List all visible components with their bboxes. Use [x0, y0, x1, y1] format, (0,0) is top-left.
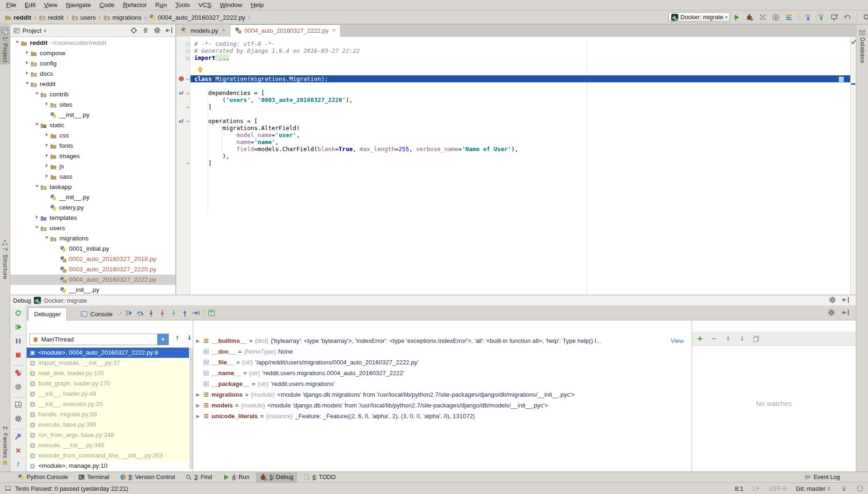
tree-expanded-icon[interactable]: [34, 223, 40, 233]
tree-expanded-icon[interactable]: [34, 120, 40, 131]
tree-item-0004_auto_20160327_2222_py[interactable]: 0004_auto_20160327_2222.py: [10, 275, 175, 285]
tree-item-migrations[interactable]: migrations: [10, 233, 175, 244]
menu-edit[interactable]: Edit: [21, 0, 40, 10]
expand-icon[interactable]: ▶: [195, 389, 201, 400]
fold-marker-icon[interactable]: [185, 118, 190, 125]
fold-marker-icon[interactable]: [185, 90, 190, 97]
profiler-icon[interactable]: [772, 14, 780, 21]
menu-help[interactable]: Help: [247, 0, 268, 10]
tree-item-static[interactable]: static: [10, 120, 175, 131]
tree-item-__init___py[interactable]: __init__.py: [10, 285, 175, 293]
local-changes-icon[interactable]: [831, 14, 838, 21]
variable-row[interactable]: 01__name__ = {str} 'reddit.users.migrati…: [195, 368, 686, 378]
frame-row[interactable]: import_module, __init__.py:37: [27, 358, 189, 368]
tree-expanded-icon[interactable]: [34, 89, 40, 100]
frame-row[interactable]: run_from_argv, base.py:348: [27, 430, 189, 440]
frame-row[interactable]: load_disk, loader.py:105: [27, 368, 189, 378]
hide-icon[interactable]: [842, 296, 849, 304]
toolwindow-button-terminal[interactable]: Terminal: [74, 472, 113, 482]
menu-tools[interactable]: Tools: [171, 0, 194, 10]
resume-icon[interactable]: [15, 323, 22, 331]
breakpoint-icon[interactable]: [178, 76, 184, 83]
rerun-icon[interactable]: [15, 309, 22, 317]
toolwindow-button-run[interactable]: 4: Run: [219, 472, 253, 482]
tree-item-fonts[interactable]: fonts: [10, 141, 175, 151]
tree-item-__init___py[interactable]: __init__.py: [10, 110, 175, 120]
expand-icon[interactable]: ▶: [195, 335, 201, 346]
run-config-selector[interactable]: dj Docker: migrate ▾: [668, 12, 730, 22]
editor-tab-models.py[interactable]: models.py×: [176, 24, 230, 36]
hide-icon[interactable]: [165, 27, 173, 34]
vcs-branch[interactable]: Git: master: [795, 485, 832, 492]
breadcrumb-item[interactable]: users: [72, 14, 96, 21]
menu-navigate[interactable]: Navigate: [62, 0, 95, 10]
tree-collapsed-icon[interactable]: [44, 100, 50, 110]
expand-icon[interactable]: ▶: [195, 411, 201, 421]
stripe-tab-2-favorites[interactable]: 2: Favorites: [0, 424, 10, 468]
variable-row[interactable]: 01__file__ = {str} '/app/reddit/users/mi…: [195, 357, 686, 368]
debug-bug-icon[interactable]: [746, 14, 753, 21]
move-down-icon[interactable]: [739, 335, 745, 342]
breadcrumb-item[interactable]: 0004_auto_20160327_2222.py: [149, 14, 245, 21]
coverage-icon[interactable]: [759, 14, 766, 21]
tree-item-templates[interactable]: templates: [10, 213, 175, 223]
restore-layout-icon[interactable]: [15, 401, 22, 408]
fold-marker-icon[interactable]: [185, 160, 190, 167]
tree-collapsed-icon[interactable]: [24, 48, 30, 58]
collapse-all-icon[interactable]: [142, 27, 149, 34]
editor-content[interactable]: # -*- coding: utf-8 -*-# Generated by Dj…: [176, 36, 856, 295]
menu-vcs[interactable]: VCS: [194, 0, 216, 10]
breadcrumb-item[interactable]: migrations: [103, 14, 141, 21]
locate-icon[interactable]: [130, 27, 138, 34]
menu-code[interactable]: Code: [95, 0, 118, 10]
step-into-icon[interactable]: [147, 309, 155, 317]
tree-item-celery_py[interactable]: celery.py: [10, 203, 175, 213]
pause-icon[interactable]: [15, 337, 22, 345]
variable-row[interactable]: 01__doc__ = {NoneType} None: [195, 346, 686, 357]
toolwindow-button-version-control[interactable]: 9: Version Control: [116, 472, 179, 482]
vcs-push-icon[interactable]: VCS: [817, 14, 825, 21]
frame-row[interactable]: execute, __init__.py:345: [27, 440, 189, 450]
tree-item-reddit[interactable]: reddit ~/cookiecutter/reddit: [10, 38, 175, 48]
frame-row[interactable]: build_graph, loader.py:170: [27, 378, 189, 389]
step-into-my-code-icon[interactable]: [159, 309, 166, 317]
fold-marker-icon[interactable]: [185, 48, 190, 55]
frame-row[interactable]: handle, migrate.py:89: [27, 409, 189, 420]
editor-tab-0004_auto_20160327_2222.py[interactable]: 0004_auto_20160327_2222.py×: [230, 24, 341, 36]
tree-item-css[interactable]: css: [10, 131, 175, 141]
arrow-up-gray-icon[interactable]: [174, 334, 181, 341]
tree-item-0003_auto_20160327_2220_py[interactable]: 0003_auto_20160327_2220.py: [10, 264, 175, 275]
variable-row[interactable]: 01__package__ = {str} 'reddit.users.migr…: [195, 378, 686, 389]
menu-window[interactable]: Window: [216, 0, 247, 10]
menu-run[interactable]: Run: [151, 0, 171, 10]
attribute-marker-icon[interactable]: [178, 118, 184, 125]
tree-item-images[interactable]: images: [10, 151, 175, 161]
highlighting-level-icon[interactable]: [856, 485, 863, 492]
view-link[interactable]: View: [669, 335, 684, 346]
fold-marker-icon[interactable]: [185, 55, 190, 62]
close-icon[interactable]: [15, 447, 22, 454]
project-panel-title[interactable]: Project ▾: [13, 27, 128, 34]
tree-item-js[interactable]: js: [10, 161, 175, 172]
debug-tab-console[interactable]: Console→*: [75, 307, 128, 320]
step-out-icon[interactable]: [181, 309, 189, 317]
hide-icon[interactable]: [842, 309, 849, 316]
run-with-options-icon[interactable]: [785, 14, 793, 21]
debug-tab-debugger[interactable]: Debugger: [28, 307, 67, 320]
caret-position[interactable]: 8:1: [735, 485, 743, 492]
tree-collapsed-icon[interactable]: [44, 161, 50, 172]
tree-expanded-icon[interactable]: [44, 233, 50, 244]
frame-row[interactable]: <module>, 0004_auto_20160327_2222.py:8: [27, 348, 189, 358]
tree-expanded-icon[interactable]: [24, 79, 30, 89]
duplicate-watch-icon[interactable]: [753, 335, 759, 342]
tree-item-compose[interactable]: compose: [10, 48, 175, 58]
tree-item-docs[interactable]: docs: [10, 69, 175, 79]
tree-item-taskapp[interactable]: taskapp: [10, 182, 175, 192]
stripe-tab-1-project[interactable]: 1: Project: [0, 26, 10, 65]
frame-row[interactable]: execute_from_command_line, __init__.py:3…: [27, 450, 189, 461]
tree-item-contrib[interactable]: contrib: [10, 89, 175, 100]
expand-icon[interactable]: ▶: [195, 400, 201, 411]
settings-icon[interactable]: [828, 309, 835, 316]
fold-marker-icon[interactable]: [185, 76, 190, 83]
tree-collapsed-icon[interactable]: [44, 131, 50, 141]
